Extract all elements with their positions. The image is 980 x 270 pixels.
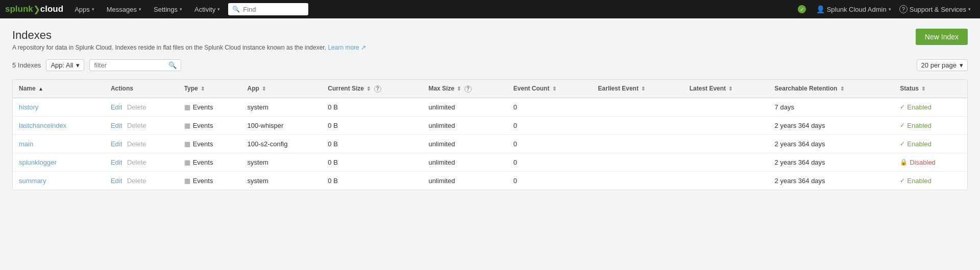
index-name-link[interactable]: splunklogger bbox=[19, 159, 57, 166]
col-current-size[interactable]: Current Size ⇕ ? bbox=[322, 80, 422, 98]
toolbar-left: 5 Indexes App: All ▾ 🔍 bbox=[12, 59, 181, 71]
user-icon: 👤 bbox=[816, 5, 825, 13]
cell-actions: Edit Delete bbox=[105, 171, 178, 190]
col-app[interactable]: App ⇕ bbox=[241, 80, 322, 98]
cell-max-size: unlimited bbox=[422, 171, 507, 190]
searchable-retention-sort-icon: ⇕ bbox=[840, 86, 844, 92]
indexes-table: Name ▲ Actions Type ⇕ App ⇕ bbox=[13, 80, 967, 190]
page-header: Indexes A repository for data in Splunk … bbox=[12, 29, 968, 51]
index-name-link[interactable]: lastchanceindex bbox=[19, 122, 66, 129]
cell-current-size: 0 B bbox=[322, 98, 422, 116]
table-body: history Edit Delete ▦Events system 0 B u… bbox=[13, 98, 967, 190]
col-event-count[interactable]: Event Count ⇕ bbox=[507, 80, 592, 98]
cell-searchable-retention: 7 days bbox=[769, 98, 894, 116]
cell-event-count: 0 bbox=[507, 116, 592, 134]
table-row: history Edit Delete ▦Events system 0 B u… bbox=[13, 98, 967, 116]
name-sort-icon: ▲ bbox=[38, 86, 43, 92]
user-chevron-icon: ▾ bbox=[889, 7, 891, 12]
app-filter-dropdown[interactable]: App: All ▾ bbox=[46, 59, 84, 71]
page-description: A repository for data in Splunk Cloud. I… bbox=[12, 44, 366, 51]
help-icon: ? bbox=[899, 5, 908, 13]
col-max-size[interactable]: Max Size ⇕ ? bbox=[422, 80, 507, 98]
cell-name: splunklogger bbox=[13, 153, 105, 171]
filter-search-icon: 🔍 bbox=[168, 61, 177, 69]
status-sort-icon: ⇕ bbox=[921, 86, 925, 92]
col-actions: Actions bbox=[105, 80, 178, 98]
cell-earliest-event bbox=[592, 116, 683, 134]
learn-more-link[interactable]: Learn more ↗ bbox=[328, 44, 366, 51]
delete-button[interactable]: Delete bbox=[127, 140, 146, 148]
cell-max-size: unlimited bbox=[422, 134, 507, 153]
current-size-help-icon[interactable]: ? bbox=[374, 85, 381, 93]
toolbar: 5 Indexes App: All ▾ 🔍 20 per page ▾ bbox=[12, 59, 968, 71]
cell-actions: Edit Delete bbox=[105, 134, 178, 153]
col-status[interactable]: Status ⇕ bbox=[894, 80, 967, 98]
nav-apps[interactable]: Apps ▾ bbox=[68, 0, 101, 18]
nav-messages[interactable]: Messages ▾ bbox=[101, 0, 148, 18]
table-row: main Edit Delete ▦Events 100-s2-config 0… bbox=[13, 134, 967, 153]
check-icon: ✓ bbox=[900, 140, 905, 147]
edit-button[interactable]: Edit bbox=[111, 122, 122, 129]
current-size-sort-icon: ⇕ bbox=[366, 86, 371, 92]
col-latest-event[interactable]: Latest Event ⇕ bbox=[683, 80, 769, 98]
new-index-button[interactable]: New Index bbox=[916, 29, 968, 45]
cell-type: ▦Events bbox=[178, 98, 241, 116]
table-row: lastchanceindex Edit Delete ▦Events 100-… bbox=[13, 116, 967, 134]
logo[interactable]: splunk❯cloud bbox=[5, 4, 63, 15]
index-name-link[interactable]: history bbox=[19, 103, 38, 111]
cell-max-size: unlimited bbox=[422, 153, 507, 171]
cell-current-size: 0 B bbox=[322, 134, 422, 153]
cell-current-size: 0 B bbox=[322, 153, 422, 171]
table-header: Name ▲ Actions Type ⇕ App ⇕ bbox=[13, 80, 967, 98]
edit-button[interactable]: Edit bbox=[111, 159, 122, 166]
search-input[interactable] bbox=[243, 6, 304, 13]
type-sort-icon: ⇕ bbox=[201, 86, 205, 92]
delete-button[interactable]: Delete bbox=[127, 159, 146, 166]
cell-app: system bbox=[241, 98, 322, 116]
max-size-help-icon[interactable]: ? bbox=[464, 85, 472, 93]
cell-name: main bbox=[13, 134, 105, 153]
edit-button[interactable]: Edit bbox=[111, 103, 122, 111]
delete-button[interactable]: Delete bbox=[127, 177, 146, 185]
table-row: splunklogger Edit Delete ▦Events system … bbox=[13, 153, 967, 171]
nav-settings[interactable]: Settings ▾ bbox=[148, 0, 188, 18]
cell-searchable-retention: 2 years 364 days bbox=[769, 171, 894, 190]
cell-app: 100-s2-config bbox=[241, 134, 322, 153]
cell-latest-event bbox=[683, 98, 769, 116]
cell-searchable-retention: 2 years 364 days bbox=[769, 153, 894, 171]
filter-input[interactable] bbox=[94, 61, 165, 69]
cell-current-size: 0 B bbox=[322, 116, 422, 134]
per-page-chevron-icon: ▾ bbox=[960, 61, 963, 69]
index-name-link[interactable]: main bbox=[19, 140, 33, 148]
cell-max-size: unlimited bbox=[422, 116, 507, 134]
index-name-link[interactable]: summary bbox=[19, 177, 46, 185]
per-page-dropdown[interactable]: 20 per page ▾ bbox=[917, 59, 968, 71]
page-content: Indexes A repository for data in Splunk … bbox=[0, 18, 980, 200]
cell-type: ▦Events bbox=[178, 134, 241, 153]
cell-status: 🔒 Disabled bbox=[894, 153, 967, 171]
cell-status: ✓ Enabled bbox=[894, 116, 967, 134]
nav-activity[interactable]: Activity ▾ bbox=[188, 0, 226, 18]
cell-event-count: 0 bbox=[507, 98, 592, 116]
check-icon: ✓ bbox=[900, 103, 905, 110]
edit-button[interactable]: Edit bbox=[111, 140, 122, 148]
col-name[interactable]: Name ▲ bbox=[13, 80, 105, 98]
edit-button[interactable]: Edit bbox=[111, 177, 122, 185]
global-search[interactable]: 🔍 bbox=[228, 3, 308, 15]
indexes-table-wrapper: Name ▲ Actions Type ⇕ App ⇕ bbox=[12, 79, 968, 190]
cell-actions: Edit Delete bbox=[105, 153, 178, 171]
col-type[interactable]: Type ⇕ bbox=[178, 80, 241, 98]
type-icon: ▦ bbox=[184, 177, 190, 185]
support-menu[interactable]: ? Support & Services ▾ bbox=[895, 0, 975, 18]
user-menu[interactable]: 👤 Splunk Cloud Admin ▾ bbox=[812, 0, 895, 18]
delete-button[interactable]: Delete bbox=[127, 122, 146, 129]
filter-input-wrapper: 🔍 bbox=[89, 59, 181, 71]
cell-latest-event bbox=[683, 116, 769, 134]
cell-latest-event bbox=[683, 134, 769, 153]
cell-current-size: 0 B bbox=[322, 171, 422, 190]
col-searchable-retention[interactable]: Searchable Retention ⇕ bbox=[769, 80, 894, 98]
delete-button[interactable]: Delete bbox=[127, 103, 146, 111]
check-icon: ✓ bbox=[900, 122, 905, 129]
cell-status: ✓ Enabled bbox=[894, 98, 967, 116]
col-earliest-event[interactable]: Earliest Event ⇕ bbox=[592, 80, 683, 98]
